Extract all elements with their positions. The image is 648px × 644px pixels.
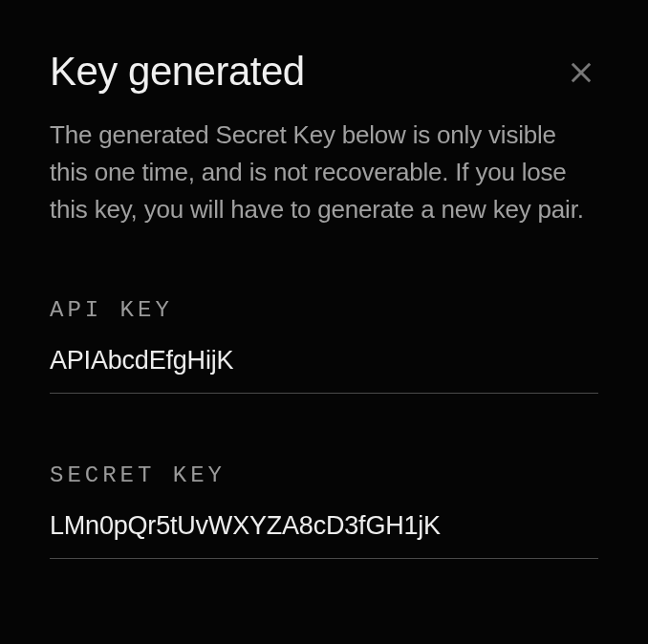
secret-key-label: SECRET KEY <box>50 462 598 488</box>
api-key-value: APIAbcdEfgHijK <box>50 346 598 394</box>
secret-key-field: SECRET KEY LMn0pQr5tUvWXYZA8cD3fGH1jK <box>50 462 598 559</box>
api-key-field: API KEY APIAbcdEfgHijK <box>50 297 598 394</box>
close-icon <box>568 59 594 86</box>
api-key-label: API KEY <box>50 297 598 323</box>
dialog-description: The generated Secret Key below is only v… <box>50 117 598 228</box>
dialog-header: Key generated <box>50 50 598 94</box>
secret-key-value: LMn0pQr5tUvWXYZA8cD3fGH1jK <box>50 511 598 559</box>
dialog-title: Key generated <box>50 50 305 94</box>
close-button[interactable] <box>564 55 598 90</box>
